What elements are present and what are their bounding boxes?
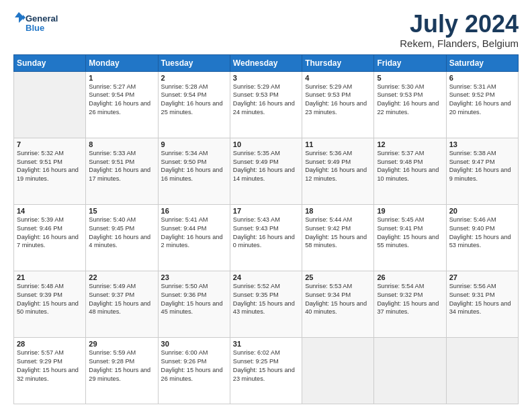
title-block: July 2024 Rekem, Flanders, Belgium (400, 11, 519, 49)
day-info: Sunrise: 5:28 AM Sunset: 9:54 PM Dayligh… (161, 83, 227, 118)
svg-marker-2 (15, 12, 24, 23)
day-info: Sunrise: 5:39 AM Sunset: 9:46 PM Dayligh… (17, 216, 83, 250)
calendar-table: SundayMondayTuesdayWednesdayThursdayFrid… (13, 54, 519, 404)
logo-group: General Blue (13, 11, 74, 39)
day-info: Sunrise: 5:27 AM Sunset: 9:54 PM Dayligh… (89, 83, 154, 118)
day-info: Sunrise: 5:44 AM Sunset: 9:42 PM Dayligh… (305, 216, 371, 250)
day-info: Sunrise: 5:48 AM Sunset: 9:39 PM Dayligh… (17, 282, 83, 317)
day-cell: 24 Sunrise: 5:52 AM Sunset: 9:35 PM Dayl… (230, 271, 302, 337)
day-cell: 15 Sunrise: 5:40 AM Sunset: 9:45 PM Dayl… (86, 204, 158, 271)
day-number: 6 (449, 74, 515, 82)
day-cell: 2 Sunrise: 5:28 AM Sunset: 9:54 PM Dayli… (158, 71, 230, 138)
day-cell: 29 Sunrise: 5:59 AM Sunset: 9:28 PM Dayl… (86, 337, 158, 404)
day-cell: 25 Sunrise: 5:53 AM Sunset: 9:34 PM Dayl… (302, 271, 374, 337)
day-info: Sunrise: 5:49 AM Sunset: 9:37 PM Dayligh… (89, 282, 154, 317)
day-info: Sunrise: 5:30 AM Sunset: 9:53 PM Dayligh… (377, 83, 443, 118)
day-number: 30 (161, 340, 227, 348)
day-number: 2 (161, 74, 227, 82)
day-cell: 28 Sunrise: 5:57 AM Sunset: 9:29 PM Dayl… (14, 337, 86, 404)
day-header-saturday: Saturday (446, 54, 518, 71)
day-cell (374, 337, 446, 404)
logo: General Blue (13, 11, 74, 39)
day-number: 14 (17, 207, 83, 215)
day-info: Sunrise: 5:59 AM Sunset: 9:28 PM Dayligh… (89, 349, 154, 383)
day-info: Sunrise: 5:33 AM Sunset: 9:51 PM Dayligh… (89, 149, 154, 184)
day-info: Sunrise: 5:32 AM Sunset: 9:51 PM Dayligh… (17, 149, 83, 184)
day-cell: 8 Sunrise: 5:33 AM Sunset: 9:51 PM Dayli… (86, 138, 158, 204)
day-cell: 18 Sunrise: 5:44 AM Sunset: 9:42 PM Dayl… (302, 204, 374, 271)
day-number: 21 (17, 273, 83, 281)
day-cell: 20 Sunrise: 5:46 AM Sunset: 9:40 PM Dayl… (446, 204, 518, 271)
day-number: 5 (377, 74, 443, 82)
day-number: 17 (233, 207, 299, 215)
day-info: Sunrise: 5:43 AM Sunset: 9:43 PM Dayligh… (233, 216, 299, 250)
day-number: 19 (377, 207, 443, 215)
day-cell: 22 Sunrise: 5:49 AM Sunset: 9:37 PM Dayl… (86, 271, 158, 337)
day-cell: 12 Sunrise: 5:37 AM Sunset: 9:48 PM Dayl… (374, 138, 446, 204)
day-cell: 9 Sunrise: 5:34 AM Sunset: 9:50 PM Dayli… (158, 138, 230, 204)
day-number: 29 (89, 340, 154, 348)
week-row-0: 1 Sunrise: 5:27 AM Sunset: 9:54 PM Dayli… (14, 71, 519, 138)
svg-text:General: General (26, 13, 58, 24)
day-cell: 13 Sunrise: 5:38 AM Sunset: 9:47 PM Dayl… (446, 138, 518, 204)
week-row-1: 7 Sunrise: 5:32 AM Sunset: 9:51 PM Dayli… (14, 138, 519, 204)
day-info: Sunrise: 5:41 AM Sunset: 9:44 PM Dayligh… (161, 216, 227, 250)
day-number: 22 (89, 273, 154, 281)
day-cell: 23 Sunrise: 5:50 AM Sunset: 9:36 PM Dayl… (158, 271, 230, 337)
day-info: Sunrise: 5:35 AM Sunset: 9:49 PM Dayligh… (233, 149, 299, 184)
day-info: Sunrise: 5:53 AM Sunset: 9:34 PM Dayligh… (305, 282, 371, 317)
day-cell: 14 Sunrise: 5:39 AM Sunset: 9:46 PM Dayl… (14, 204, 86, 271)
day-info: Sunrise: 5:56 AM Sunset: 9:31 PM Dayligh… (449, 282, 515, 317)
day-cell: 17 Sunrise: 5:43 AM Sunset: 9:43 PM Dayl… (230, 204, 302, 271)
day-cell: 21 Sunrise: 5:48 AM Sunset: 9:39 PM Dayl… (14, 271, 86, 337)
day-number: 16 (161, 207, 227, 215)
day-header-tuesday: Tuesday (158, 54, 230, 71)
week-row-3: 21 Sunrise: 5:48 AM Sunset: 9:39 PM Dayl… (14, 271, 519, 337)
day-info: Sunrise: 5:36 AM Sunset: 9:49 PM Dayligh… (305, 149, 371, 184)
day-cell: 16 Sunrise: 5:41 AM Sunset: 9:44 PM Dayl… (158, 204, 230, 271)
day-number: 25 (305, 273, 371, 281)
day-cell: 5 Sunrise: 5:30 AM Sunset: 9:53 PM Dayli… (374, 71, 446, 138)
day-number: 11 (305, 140, 371, 148)
week-row-2: 14 Sunrise: 5:39 AM Sunset: 9:46 PM Dayl… (14, 204, 519, 271)
day-number: 26 (377, 273, 443, 281)
page: General Blue July 2024 Rekem, Flanders, … (0, 0, 532, 411)
day-number: 23 (161, 273, 227, 281)
day-cell: 27 Sunrise: 5:56 AM Sunset: 9:31 PM Dayl… (446, 271, 518, 337)
day-cell (446, 337, 518, 404)
day-info: Sunrise: 5:46 AM Sunset: 9:40 PM Dayligh… (449, 216, 515, 250)
day-cell: 7 Sunrise: 5:32 AM Sunset: 9:51 PM Dayli… (14, 138, 86, 204)
day-cell: 4 Sunrise: 5:29 AM Sunset: 9:53 PM Dayli… (302, 71, 374, 138)
day-cell: 30 Sunrise: 6:00 AM Sunset: 9:26 PM Dayl… (158, 337, 230, 404)
day-cell: 3 Sunrise: 5:29 AM Sunset: 9:53 PM Dayli… (230, 71, 302, 138)
day-info: Sunrise: 5:52 AM Sunset: 9:35 PM Dayligh… (233, 282, 299, 317)
day-info: Sunrise: 5:29 AM Sunset: 9:53 PM Dayligh… (305, 83, 371, 118)
day-number: 20 (449, 207, 515, 215)
logo-svg: General Blue (13, 11, 74, 36)
day-number: 10 (233, 140, 299, 148)
day-info: Sunrise: 6:00 AM Sunset: 9:26 PM Dayligh… (161, 349, 227, 383)
day-info: Sunrise: 5:37 AM Sunset: 9:48 PM Dayligh… (377, 149, 443, 184)
day-cell (14, 71, 86, 138)
day-info: Sunrise: 5:40 AM Sunset: 9:45 PM Dayligh… (89, 216, 154, 250)
day-info: Sunrise: 5:38 AM Sunset: 9:47 PM Dayligh… (449, 149, 515, 184)
day-number: 24 (233, 273, 299, 281)
day-header-sunday: Sunday (14, 54, 86, 71)
day-info: Sunrise: 5:31 AM Sunset: 9:52 PM Dayligh… (449, 83, 515, 118)
location: Rekem, Flanders, Belgium (400, 38, 519, 49)
day-number: 3 (233, 74, 299, 82)
day-number: 4 (305, 74, 371, 82)
day-info: Sunrise: 5:45 AM Sunset: 9:41 PM Dayligh… (377, 216, 443, 250)
day-number: 27 (449, 273, 515, 281)
day-header-thursday: Thursday (302, 54, 374, 71)
day-header-friday: Friday (374, 54, 446, 71)
day-cell: 19 Sunrise: 5:45 AM Sunset: 9:41 PM Dayl… (374, 204, 446, 271)
day-cell: 1 Sunrise: 5:27 AM Sunset: 9:54 PM Dayli… (86, 71, 158, 138)
day-number: 15 (89, 207, 154, 215)
day-number: 18 (305, 207, 371, 215)
header-row: SundayMondayTuesdayWednesdayThursdayFrid… (14, 54, 519, 71)
day-number: 31 (233, 340, 299, 348)
month-title: July 2024 (400, 11, 519, 38)
day-info: Sunrise: 6:02 AM Sunset: 9:25 PM Dayligh… (233, 349, 299, 383)
day-number: 8 (89, 140, 154, 148)
